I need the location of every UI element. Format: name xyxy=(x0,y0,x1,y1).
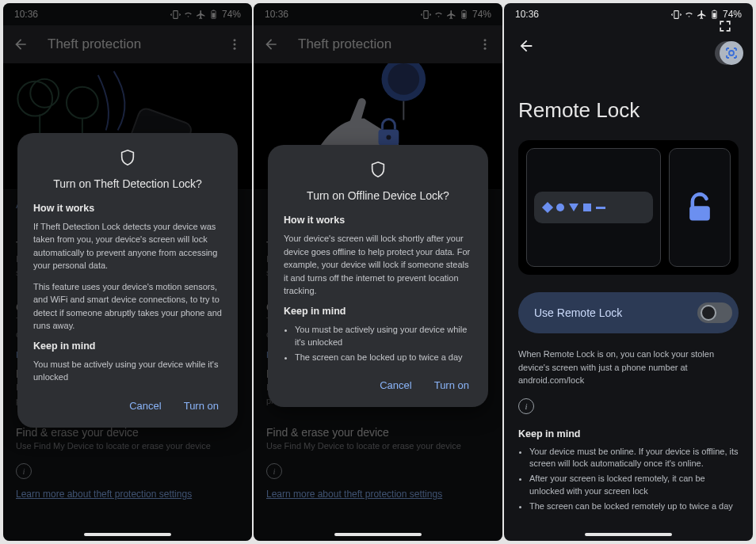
dialog-heading: Keep in mind xyxy=(33,340,222,352)
shield-icon xyxy=(369,161,387,178)
dialog-list-item: The screen can be locked up to twice a d… xyxy=(295,351,472,364)
password-pill xyxy=(534,192,653,223)
dialog-scrim[interactable]: Turn on Offline Device Lock? How it work… xyxy=(254,3,502,541)
shape-icon xyxy=(542,202,553,213)
gesture-nav-bar[interactable] xyxy=(585,533,672,536)
gesture-nav-bar[interactable] xyxy=(84,533,171,536)
dialog-scrim[interactable]: Turn on Theft Detection Lock? How it wor… xyxy=(3,3,252,541)
dialog-title: Turn on Offline Device Lock? xyxy=(284,189,472,202)
airplane-icon xyxy=(697,10,707,20)
dialog-actions: Cancel Turn on xyxy=(284,375,472,396)
shape-icon xyxy=(569,204,578,211)
wifi-icon xyxy=(684,10,694,20)
unlock-icon xyxy=(682,190,717,225)
phone-screen-1: 10:36 74% Theft protection xyxy=(3,3,252,541)
cancel-button[interactable]: Cancel xyxy=(376,375,414,396)
list-item: The screen can be locked remotely up to … xyxy=(529,500,739,513)
cancel-button[interactable]: Cancel xyxy=(126,395,164,417)
shield-icon xyxy=(119,149,136,166)
dialog-text: You must be actively using your device w… xyxy=(33,358,222,384)
dialog-text: If Theft Detection Lock detects your dev… xyxy=(33,220,222,272)
shape-icon xyxy=(556,204,564,211)
keep-in-mind-heading: Keep in mind xyxy=(518,428,739,439)
info-icon[interactable]: i xyxy=(518,398,534,414)
theft-detection-dialog: Turn on Theft Detection Lock? How it wor… xyxy=(17,133,238,428)
toggle-label: Use Remote Lock xyxy=(534,306,622,319)
svg-point-27 xyxy=(729,51,734,55)
dialog-title: Turn on Theft Detection Lock? xyxy=(33,177,222,190)
phone-screen-3: 10:36 74% Remote Lock xyxy=(504,3,753,541)
use-remote-lock-row[interactable]: Use Remote Lock xyxy=(518,292,739,333)
arrow-back-icon xyxy=(517,37,535,55)
keep-in-mind-list: Your device must be online. If your devi… xyxy=(518,446,739,514)
status-icons xyxy=(671,10,720,20)
gesture-nav-bar[interactable] xyxy=(334,533,422,536)
page-title: Remote Lock xyxy=(518,98,739,123)
shape-icon xyxy=(583,204,591,211)
dialog-text: Your device's screen will lock shortly a… xyxy=(284,232,472,298)
offline-lock-dialog: Turn on Offline Device Lock? How it work… xyxy=(268,145,488,407)
lens-icon xyxy=(724,46,739,60)
svg-rect-26 xyxy=(713,10,715,10)
phone-screen-2: 10:36 74% Theft protection xyxy=(254,3,502,541)
vibrate-icon xyxy=(671,10,682,20)
status-time: 10:36 xyxy=(515,9,539,20)
back-button[interactable] xyxy=(517,36,536,55)
illustration-remote-lock xyxy=(518,140,739,275)
shape-icon xyxy=(596,207,605,209)
dialog-actions: Cancel Turn on xyxy=(33,395,222,417)
status-bar: 10:36 74% xyxy=(504,3,753,25)
dialog-list-item: You must be actively using your device w… xyxy=(295,323,472,349)
dialog-text: This feature uses your device's motion s… xyxy=(33,280,222,333)
lens-chip[interactable] xyxy=(720,41,743,65)
dialog-heading: How it works xyxy=(33,203,222,214)
svg-rect-25 xyxy=(713,13,716,17)
svg-rect-28 xyxy=(689,206,710,220)
list-item: Your device must be online. If your devi… xyxy=(529,446,739,471)
select-handle-icon[interactable] xyxy=(716,17,734,35)
turn-on-button[interactable]: Turn on xyxy=(431,375,472,396)
turn-on-button[interactable]: Turn on xyxy=(181,395,222,417)
list-item: After your screen is locked remotely, it… xyxy=(529,473,739,498)
remote-lock-screen: Remote Lock Use Remote Lock xyxy=(504,55,753,523)
remote-lock-description: When Remote Lock is on, you can lock you… xyxy=(518,348,739,387)
dialog-heading: How it works xyxy=(284,215,472,226)
dialog-heading: Keep in mind xyxy=(284,306,472,317)
remote-lock-switch[interactable] xyxy=(697,302,732,323)
